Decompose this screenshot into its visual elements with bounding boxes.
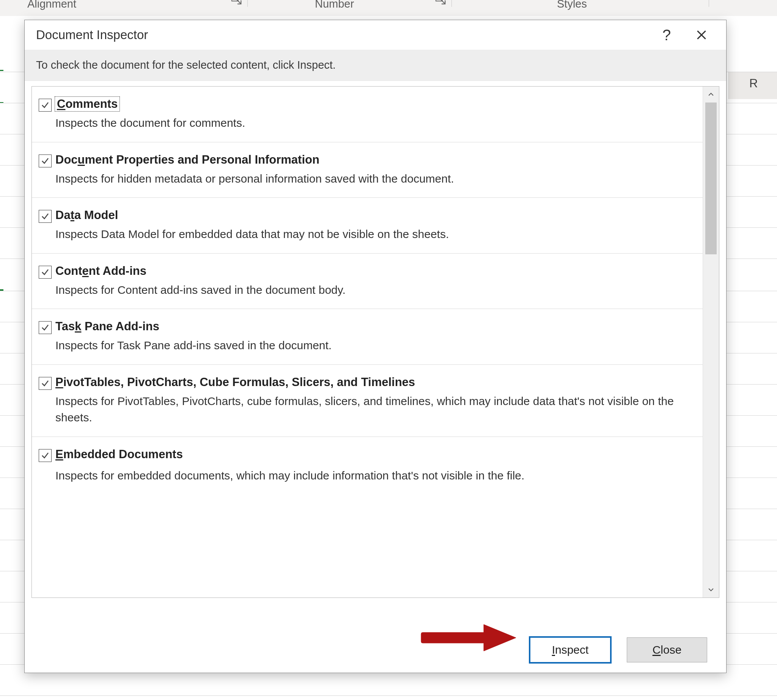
column-header-r: R <box>749 77 758 90</box>
option-taskpane-addins[interactable]: Task Pane Add-ins Inspects for Task Pane… <box>32 309 703 365</box>
accelerator: C <box>652 643 661 656</box>
ribbon-group-labels: Alignment Number Styles <box>0 0 777 16</box>
option-comments[interactable]: Comments Inspects the document for comme… <box>32 87 703 142</box>
close-window-button[interactable] <box>688 25 715 44</box>
chevron-up-icon <box>707 91 715 98</box>
inspector-options-panel: Comments Inspects the document for comme… <box>32 86 719 598</box>
scrollbar-vertical[interactable] <box>703 87 719 598</box>
option-description: Inspects for hidden metadata or personal… <box>55 170 693 187</box>
inspect-button[interactable]: Inspect <box>529 636 612 663</box>
dialog-footer: Inspect Close <box>25 627 726 673</box>
dialog-titlebar[interactable]: Document Inspector ? <box>25 20 726 50</box>
option-description: Inspects for Content add-ins saved in th… <box>55 282 693 298</box>
option-title: Task Pane Add-ins <box>55 320 693 333</box>
option-description: Inspects the document for comments. <box>55 115 693 131</box>
option-embedded-documents[interactable]: Embedded Documents Inspects for embedded… <box>32 437 703 482</box>
scroll-thumb[interactable] <box>705 102 717 254</box>
option-pivottables[interactable]: PivotTables, PivotCharts, Cube Formulas,… <box>32 365 703 437</box>
checkbox-taskpane-addins[interactable] <box>39 321 55 354</box>
ribbon-group-alignment: Alignment <box>27 0 76 10</box>
option-data-model[interactable]: Data Model Inspects Data Model for embed… <box>32 198 703 253</box>
option-title: PivotTables, PivotCharts, Cube Formulas,… <box>55 375 693 389</box>
scroll-track[interactable] <box>703 102 719 582</box>
option-description: Inspects for Task Pane add-ins saved in … <box>55 337 693 354</box>
dialog-title: Document Inspector <box>36 28 645 42</box>
checkbox-embedded-documents[interactable] <box>39 449 55 482</box>
ribbon-group-styles: Styles <box>557 0 587 10</box>
selected-row-indicator <box>0 70 3 103</box>
checkbox-comments[interactable] <box>39 99 55 131</box>
inspector-options-list: Comments Inspects the document for comme… <box>32 87 703 598</box>
option-content-addins[interactable]: Content Add-ins Inspects for Content add… <box>32 253 703 309</box>
checkbox-content-addins[interactable] <box>39 266 55 298</box>
checkbox-document-properties[interactable] <box>39 155 55 187</box>
checkbox-pivottables[interactable] <box>39 377 55 426</box>
scroll-up-button[interactable] <box>703 87 719 102</box>
document-inspector-dialog: Document Inspector ? To check the docume… <box>24 20 727 673</box>
option-description: Inspects Data Model for embedded data th… <box>55 226 693 243</box>
option-title: Comments <box>55 97 119 111</box>
ribbon-group-number: Number <box>315 0 354 10</box>
option-title: Data Model <box>55 208 693 222</box>
ribbon-separator <box>709 0 709 7</box>
help-icon: ? <box>662 27 671 43</box>
option-title: Document Properties and Personal Informa… <box>55 153 693 167</box>
dialog-instruction: To check the document for the selected c… <box>25 50 726 81</box>
scroll-down-button[interactable] <box>703 582 719 598</box>
option-description: Inspects for embedded documents, which m… <box>55 467 693 484</box>
option-title: Embedded Documents <box>55 448 693 461</box>
close-icon <box>695 29 707 41</box>
help-button[interactable]: ? <box>653 25 680 44</box>
option-title: Content Add-ins <box>55 264 693 278</box>
checkbox-data-model[interactable] <box>39 210 55 243</box>
close-button[interactable]: Close <box>627 637 707 662</box>
dialog-launcher-icon[interactable] <box>435 0 446 5</box>
dialog-launcher-icon[interactable] <box>231 0 243 5</box>
option-description: Inspects for PivotTables, PivotCharts, c… <box>55 393 693 426</box>
ribbon-separator <box>451 0 452 7</box>
accelerator: I <box>552 643 555 656</box>
chevron-down-icon <box>707 586 715 593</box>
option-document-properties[interactable]: Document Properties and Personal Informa… <box>32 142 703 198</box>
ribbon-separator <box>247 0 248 7</box>
